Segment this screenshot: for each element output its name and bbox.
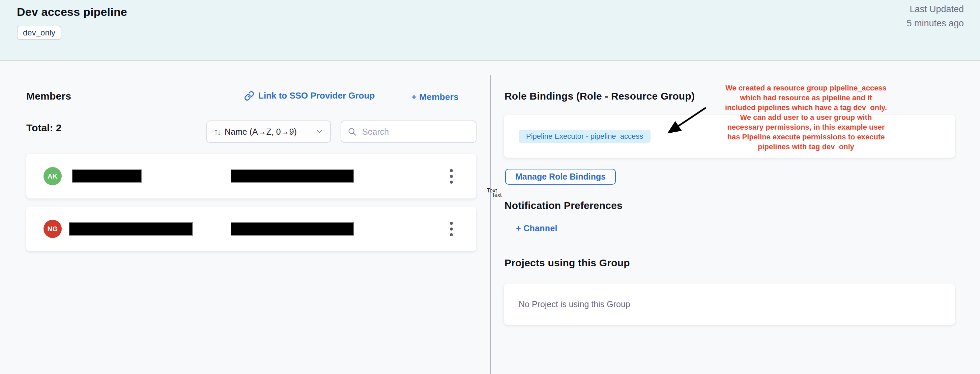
role-binding-chip[interactable]: Pipeline Executor - pipeline_access (519, 130, 651, 143)
search-box (340, 120, 477, 143)
last-updated: Last Updated 5 minutes ago (907, 2, 964, 30)
annotation-line: We created a resource group pipeline_acc… (698, 83, 914, 93)
annotation-line: pipelines with tag dev_only (698, 142, 914, 152)
section-divider (504, 240, 955, 240)
member-row: NG (26, 206, 476, 251)
role-bindings-heading: Role Bindings (Role - Resource Group) (504, 91, 695, 102)
member-row: AK (26, 154, 476, 198)
annotation-arrow-icon (661, 102, 711, 139)
add-members-button[interactable]: + Members (411, 92, 459, 102)
avatar: NG (43, 220, 62, 238)
page-header: Dev access pipeline dev_only Last Update… (0, 0, 980, 61)
pane-divider (490, 75, 491, 374)
page-title: Dev access pipeline (17, 5, 127, 19)
sort-dropdown[interactable]: ↑↓ Name (A→Z, 0→9) (207, 120, 331, 143)
projects-empty-message: No Project is using this Group (519, 299, 630, 309)
manage-role-bindings-button[interactable]: Manage Role Bindings (505, 169, 616, 185)
redacted-email-bar (231, 169, 354, 182)
kebab-menu-button[interactable] (444, 219, 459, 239)
link-icon (244, 91, 254, 101)
user-group-page: Dev access pipeline dev_only Last Update… (0, 0, 980, 374)
link-sso-provider-button[interactable]: Link to SSO Provider Group (244, 91, 375, 101)
notification-preferences-heading: Notification Preferences (504, 200, 622, 211)
sort-arrows-icon: ↑↓ (214, 126, 220, 137)
search-input[interactable] (361, 126, 470, 137)
last-updated-label: Last Updated (907, 2, 964, 16)
add-channel-button[interactable]: + Channel (516, 224, 557, 233)
redacted-name-bar (72, 169, 142, 182)
members-heading: Members (26, 91, 71, 102)
projects-card: No Project is using this Group (504, 283, 955, 325)
annotation-line: which had resource as pipeline and it (698, 93, 914, 102)
projects-heading: Projects using this Group (504, 257, 630, 269)
link-sso-label: Link to SSO Provider Group (258, 91, 375, 101)
redacted-name-bar (69, 222, 193, 236)
member-total-count: Total: 2 (26, 122, 61, 134)
sort-selected-option: Name (A→Z, 0→9) (224, 127, 297, 137)
annotation-line: We can add user to a user group with (698, 112, 914, 122)
redacted-email-bar (231, 222, 354, 236)
search-icon (347, 127, 357, 136)
annotation-line: necessary permissions, in this example u… (698, 122, 914, 132)
annotation-line: included pipelines which have a tag dev_… (698, 102, 914, 112)
group-tag: dev_only (17, 26, 61, 40)
chevron-down-icon (315, 128, 323, 136)
annotation-line: has Pipeline execute permissions to exec… (698, 132, 914, 142)
annotation-note: We created a resource group pipeline_acc… (698, 83, 914, 152)
kebab-menu-button[interactable] (444, 166, 459, 186)
last-updated-value: 5 minutes ago (907, 16, 964, 30)
avatar: AK (43, 167, 62, 185)
stray-text-annotation: Text (492, 192, 501, 198)
